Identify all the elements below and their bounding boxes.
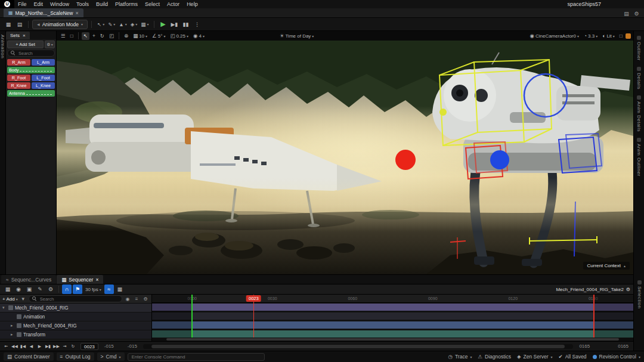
viewport-maximize-icon[interactable]: □ [618, 32, 624, 40]
render-movie-icon[interactable]: ▣ [24, 284, 34, 294]
timeline-end-marker[interactable] [593, 295, 595, 338]
view-range-end[interactable]: 0165 [615, 344, 631, 349]
close-icon[interactable]: × [95, 277, 98, 283]
timeline[interactable]: 0000 0030 0060 0090 0120 0150 [152, 295, 633, 341]
right-rail-tab-selection[interactable]: Selection [634, 280, 644, 308]
set-item[interactable]: L_Foot [32, 75, 55, 81]
viewport-scene[interactable] [57, 41, 633, 274]
fracture-mode-dropdown[interactable]: ▦ ▾ [139, 20, 150, 29]
menu-item[interactable]: File [14, 1, 30, 7]
save-all-icon[interactable]: ▦ [4, 20, 13, 29]
timeline-scrollbar[interactable] [152, 338, 633, 341]
transport-button[interactable]: ◀ [27, 343, 35, 350]
viewport[interactable]: ☰ □ ↖ + ↻ ◰ ⊕ ▦ 10 ▾ ∠ 5° ▾ [57, 31, 633, 274]
track-section-band[interactable] [152, 313, 633, 320]
cmd-dropdown[interactable]: > Cmd ▾ [97, 352, 125, 361]
work-range-start[interactable]: -015 [125, 344, 140, 349]
grid-icon[interactable]: ▦ [115, 284, 125, 294]
camera-speed-dropdown[interactable]: ◉ 4 ▾ [191, 32, 206, 40]
grid-snap-dropdown[interactable]: ▦ 10 ▾ [131, 32, 149, 40]
select-tool-icon[interactable]: ↖ [82, 32, 89, 40]
timeline-start-marker[interactable] [191, 295, 193, 338]
set-options-dropdown[interactable]: ⚙ ▾ [45, 41, 55, 48]
track-search-input[interactable] [39, 296, 119, 302]
keyframe-flag-icon[interactable]: ⚑ [73, 284, 82, 294]
set-item[interactable]: L_Arm [32, 59, 55, 66]
timeline-lane[interactable] [152, 303, 633, 312]
gizmo-yellow-sphere[interactable] [439, 109, 447, 116]
track-section-band[interactable] [152, 304, 633, 311]
menu-item[interactable]: Build [92, 1, 112, 7]
timeline-scrollbar-thumb[interactable] [166, 338, 619, 341]
console-command-input[interactable] [128, 353, 265, 361]
transport-button[interactable]: ▶▮ [44, 343, 52, 350]
gear-icon[interactable]: ⚙ [142, 296, 149, 302]
right-rail-tab[interactable]: Outliner [636, 36, 642, 61]
set-item[interactable]: Body [7, 67, 55, 73]
transport-button[interactable]: ▮◀ [19, 343, 27, 350]
timeline-lane[interactable] [152, 312, 633, 321]
pause-button[interactable]: ▮▮ [181, 20, 190, 29]
scale-snap-dropdown[interactable]: ◰ 0.25 ▾ [168, 32, 190, 40]
gear-icon[interactable]: ⚙ [633, 10, 640, 17]
list-icon[interactable]: ≡ [133, 296, 140, 302]
tab-sequencer-curves[interactable]: ≈ Sequenc...Curves [1, 275, 56, 284]
add-track-button[interactable]: + Add ▾ [2, 296, 18, 302]
filter-icon[interactable]: ▼ [20, 296, 27, 302]
gizmo-red-handle[interactable] [395, 150, 416, 170]
rotation-snap-dropdown[interactable]: ∠ 5° ▾ [150, 32, 167, 40]
edit-icon[interactable]: ✎ [35, 284, 45, 294]
add-set-button[interactable]: + Add Set [7, 41, 44, 48]
transport-button[interactable]: ⇥ [61, 343, 69, 350]
paint-mode-dropdown[interactable]: ✎ ▾ [106, 20, 117, 29]
current-frame-display[interactable]: 0023 [80, 343, 98, 350]
view-mode-dropdown[interactable]: ◐ Lit ▾ [600, 32, 617, 40]
menu-item[interactable]: Platforms [112, 1, 141, 7]
right-rail-tab[interactable]: Details [636, 67, 642, 89]
set-item[interactable]: R_Knee [7, 82, 30, 89]
timeline-lane[interactable] [152, 321, 633, 330]
transport-button[interactable]: ↻ [69, 343, 77, 350]
rotate-tool-icon[interactable]: ↻ [98, 32, 106, 40]
foliage-mode-dropdown[interactable]: ◈ ▾ [129, 20, 140, 29]
right-rail-tab[interactable]: Anim Outliner [636, 138, 642, 177]
play-button[interactable]: ▶ [158, 20, 168, 29]
range-slider[interactable] [143, 344, 574, 349]
time-of-day-dropdown[interactable]: ☀ Time of Day ▾ [278, 32, 315, 40]
current-context-badge[interactable]: Current Context ▴ [583, 262, 630, 270]
content-drawer-button[interactable]: ▤ Content Drawer [4, 352, 54, 361]
diagnostics-button[interactable]: ⚠ Diagnostics [478, 354, 511, 360]
set-item[interactable]: R_Foot [7, 75, 30, 81]
world-space-icon[interactable]: ⊕ [122, 32, 130, 40]
menu-item[interactable]: Tools [73, 1, 92, 7]
transport-button[interactable]: ▶▶ [52, 343, 60, 350]
revision-control-dropdown[interactable]: Revision Control ▾ [593, 354, 640, 360]
view-range-start[interactable]: -015 [102, 344, 116, 349]
maximize-icon[interactable]: □ [69, 32, 75, 40]
track-row[interactable]: ▾ Mech_Friend_0004_RIG [0, 304, 151, 313]
layout-icon[interactable]: ▤ [623, 10, 630, 17]
menu-item[interactable]: Window [47, 1, 73, 7]
zen-server-dropdown[interactable]: ◈ Zen Server ▾ [517, 354, 553, 360]
transport-button[interactable]: ⇤ [2, 343, 10, 350]
trace-dropdown[interactable]: ◷ Trace ▾ [448, 354, 472, 360]
cinematic-mode-icon[interactable] [626, 33, 631, 39]
sets-tab[interactable]: Sets × [6, 32, 30, 39]
all-saved-status[interactable]: ✔ All Saved [559, 354, 587, 360]
fps-dropdown[interactable]: 30 fps ▾ [83, 286, 103, 293]
play-options-kebab-icon[interactable]: ⋮ [192, 20, 202, 29]
set-item[interactable]: R_Arm [7, 59, 30, 66]
tab-sequencer[interactable]: ▦ Sequencer × [57, 275, 103, 284]
content-browser-icon[interactable]: ▤ [15, 20, 24, 29]
marker-icon[interactable]: ◉ [124, 296, 131, 302]
timeline-ruler[interactable]: 0000 0030 0060 0090 0120 0150 [152, 295, 633, 303]
move-tool-icon[interactable]: + [91, 32, 97, 40]
menu-item[interactable]: Actor [163, 1, 183, 7]
right-rail-tab[interactable]: Anim Details [636, 95, 642, 132]
range-slider-thumb[interactable] [151, 345, 565, 348]
transport-button[interactable]: ◀◀ [11, 343, 18, 350]
editor-mode-dropdown[interactable]: ◀ Animation Mode ▾ [32, 20, 88, 29]
disclosure-icon[interactable]: ▾ [2, 305, 7, 310]
curve-editor-icon[interactable]: ≈ [104, 284, 114, 294]
gear-icon[interactable]: ⚙ [626, 287, 630, 292]
